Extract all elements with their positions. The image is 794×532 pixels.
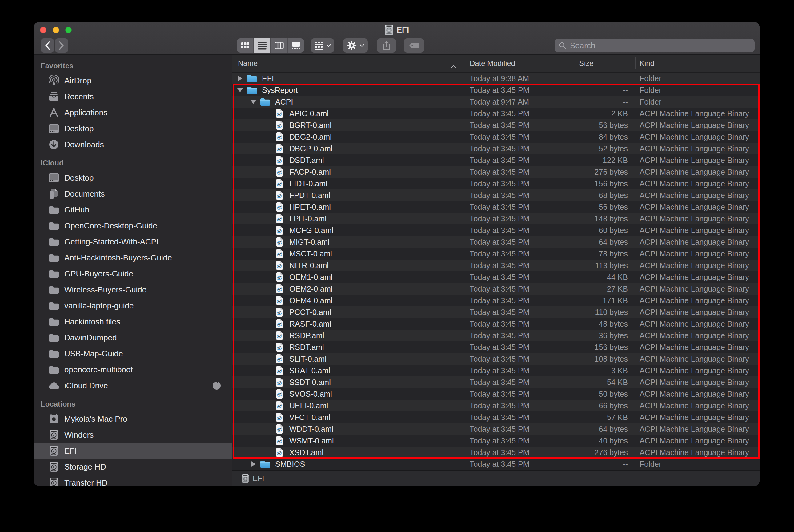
tag-button[interactable] bbox=[404, 38, 424, 53]
forward-button[interactable] bbox=[55, 38, 68, 53]
toolbar bbox=[34, 38, 759, 53]
sync-progress-icon bbox=[213, 382, 221, 390]
file-size: 48 bytes bbox=[571, 320, 628, 328]
sidebar-item-storage-hd[interactable]: Storage HD bbox=[34, 459, 232, 475]
disclosure-triangle[interactable] bbox=[249, 461, 257, 467]
sidebar-item-hackintosh-files[interactable]: Hackintosh files bbox=[34, 314, 232, 330]
list-row-sysreport[interactable]: SysReport Today at 3:45 PM -- Folder bbox=[232, 84, 759, 96]
file-kind: ACPI Machine Language Binary bbox=[628, 343, 759, 352]
aml-document-icon bbox=[272, 249, 288, 259]
sidebar-item-winders[interactable]: Winders bbox=[34, 427, 232, 443]
icon-view-button[interactable] bbox=[237, 38, 254, 53]
sidebar-item-mykola-s-mac-pro[interactable]: Mykola’s Mac Pro bbox=[34, 411, 232, 427]
sidebar-item-airdrop[interactable]: AirDrop bbox=[34, 73, 232, 89]
list-row-rsdt-aml[interactable]: RSDT.aml Today at 3:45 PM 156 bytes ACPI… bbox=[232, 341, 759, 353]
disclosure-triangle[interactable] bbox=[236, 88, 244, 92]
list-row-uefi-0-aml[interactable]: UEFI-0.aml Today at 3:45 PM 66 bytes ACP… bbox=[232, 400, 759, 412]
column-header-date-modified[interactable]: Date Modified bbox=[469, 59, 571, 68]
list-row-efi[interactable]: EFI Today at 9:38 AM -- Folder bbox=[232, 73, 759, 84]
back-button[interactable] bbox=[41, 38, 54, 53]
path-bar-item[interactable]: EFI bbox=[253, 474, 264, 483]
list-row-lpit-0-aml[interactable]: LPIT-0.aml Today at 3:45 PM 148 bytes AC… bbox=[232, 213, 759, 225]
sidebar-item-github[interactable]: GitHub bbox=[34, 202, 232, 218]
search-field[interactable] bbox=[555, 39, 755, 52]
list-row-dbgp-0-aml[interactable]: DBGP-0.aml Today at 3:45 PM 52 bytes ACP… bbox=[232, 143, 759, 154]
file-date-modified: Today at 3:45 PM bbox=[469, 284, 571, 293]
list-row-xsdt-aml[interactable]: XSDT.aml Today at 3:45 PM 276 bytes ACPI… bbox=[232, 446, 759, 458]
sidebar-item-getting-started-with-acpi[interactable]: Getting-Started-With-ACPI bbox=[34, 234, 232, 250]
sidebar-item-wireless-buyers-guide[interactable]: Wireless-Buyers-Guide bbox=[34, 282, 232, 298]
aml-document-icon bbox=[272, 412, 288, 422]
file-kind: Folder bbox=[628, 74, 759, 83]
sidebar-item-recents[interactable]: Recents bbox=[34, 89, 232, 104]
list-view-button[interactable] bbox=[254, 38, 271, 53]
gallery-view-button[interactable] bbox=[288, 38, 304, 53]
list-row-migt-0-aml[interactable]: MIGT-0.aml Today at 3:45 PM 64 bytes ACP… bbox=[232, 236, 759, 248]
sidebar-item-icloud-drive[interactable]: iCloud Drive bbox=[34, 378, 232, 394]
list-row-fpdt-0-aml[interactable]: FPDT-0.aml Today at 3:45 PM 68 bytes ACP… bbox=[232, 189, 759, 201]
sidebar-item-anti-hackintosh-buyers-guide[interactable]: Anti-Hackintosh-Buyers-Guide bbox=[34, 250, 232, 266]
file-date-modified: Today at 3:45 PM bbox=[469, 343, 571, 352]
disclosure-triangle[interactable] bbox=[249, 100, 257, 104]
list-row-smbios[interactable]: SMBIOS Today at 3:45 PM -- Folder bbox=[232, 458, 759, 470]
sidebar-item-documents[interactable]: Documents bbox=[34, 186, 232, 202]
list-row-fidt-0-aml[interactable]: FIDT-0.aml Today at 3:45 PM 156 bytes AC… bbox=[232, 178, 759, 189]
file-kind: ACPI Machine Language Binary bbox=[628, 308, 759, 317]
sidebar-item-dawindumped[interactable]: DawinDumped bbox=[34, 330, 232, 346]
list-row-dsdt-aml[interactable]: DSDT.aml Today at 3:45 PM 122 KB ACPI Ma… bbox=[232, 154, 759, 166]
list-row-facp-0-aml[interactable]: FACP-0.aml Today at 3:45 PM 276 bytes AC… bbox=[232, 166, 759, 178]
list-row-oem2-0-aml[interactable]: OEM2-0.aml Today at 3:45 PM 27 KB ACPI M… bbox=[232, 283, 759, 294]
column-view-button[interactable] bbox=[271, 38, 288, 53]
list-row-pcct-0-aml[interactable]: PCCT-0.aml Today at 3:45 PM 110 bytes AC… bbox=[232, 306, 759, 318]
list-row-msct-0-aml[interactable]: MSCT-0.aml Today at 3:45 PM 78 bytes ACP… bbox=[232, 248, 759, 260]
column-divider[interactable] bbox=[463, 57, 463, 70]
list-row-wddt-0-aml[interactable]: WDDT-0.aml Today at 3:45 PM 64 bytes ACP… bbox=[232, 423, 759, 435]
sidebar-item-desktop[interactable]: Desktop bbox=[34, 170, 232, 186]
sidebar-item-usb-map-guide[interactable]: USB-Map-Guide bbox=[34, 346, 232, 362]
list-row-apic-0-aml[interactable]: APIC-0.aml Today at 3:45 PM 2 KB ACPI Ma… bbox=[232, 108, 759, 119]
list-row-bgrt-0-aml[interactable]: BGRT-0.aml Today at 3:45 PM 56 bytes ACP… bbox=[232, 119, 759, 131]
sidebar-item-downloads[interactable]: Downloads bbox=[34, 136, 232, 153]
list-row-rasf-0-aml[interactable]: RASF-0.aml Today at 3:45 PM 48 bytes ACP… bbox=[232, 318, 759, 330]
sidebar-item-vanilla-laptop-guide[interactable]: vanilla-laptop-guide bbox=[34, 298, 232, 314]
column-divider[interactable] bbox=[635, 57, 636, 70]
file-kind: Folder bbox=[628, 97, 759, 107]
sidebar-item-desktop[interactable]: Desktop bbox=[34, 120, 232, 136]
list-row-acpi[interactable]: ACPI Today at 9:47 AM -- Folder bbox=[232, 96, 759, 108]
file-size: 148 bytes bbox=[571, 214, 628, 223]
list-row-hpet-0-aml[interactable]: HPET-0.aml Today at 3:45 PM 56 bytes ACP… bbox=[232, 201, 759, 213]
group-by-button[interactable] bbox=[311, 38, 334, 53]
action-gear-button[interactable] bbox=[343, 38, 368, 53]
list-row-rsdp-aml[interactable]: RSDP.aml Today at 3:45 PM 36 bytes ACPI … bbox=[232, 330, 759, 341]
file-date-modified: Today at 3:45 PM bbox=[469, 238, 571, 247]
search-input[interactable] bbox=[569, 41, 750, 51]
list-row-wsmt-0-aml[interactable]: WSMT-0.aml Today at 3:45 PM 40 bytes ACP… bbox=[232, 435, 759, 446]
column-divider[interactable] bbox=[575, 57, 575, 70]
list-row-srat-0-aml[interactable]: SRAT-0.aml Today at 3:45 PM 3 KB ACPI Ma… bbox=[232, 365, 759, 376]
sidebar-item-label: EFI bbox=[64, 446, 77, 456]
list-row-svos-0-aml[interactable]: SVOS-0.aml Today at 3:45 PM 50 bytes ACP… bbox=[232, 388, 759, 400]
list-row-ssdt-0-aml[interactable]: SSDT-0.aml Today at 3:45 PM 54 KB ACPI M… bbox=[232, 376, 759, 388]
file-kind: ACPI Machine Language Binary bbox=[628, 296, 759, 305]
sidebar-item-opencore-multiboot[interactable]: opencore-multiboot bbox=[34, 362, 232, 378]
sidebar-item-transfer-hd[interactable]: Transfer HD bbox=[34, 475, 232, 486]
list-row-oem4-0-aml[interactable]: OEM4-0.aml Today at 3:45 PM 171 KB ACPI … bbox=[232, 294, 759, 306]
sidebar-item-gpu-buyers-guide[interactable]: GPU-Buyers-Guide bbox=[34, 266, 232, 282]
file-name: APIC-0.aml bbox=[289, 109, 329, 118]
list-row-oem1-0-aml[interactable]: OEM1-0.aml Today at 3:45 PM 44 KB ACPI M… bbox=[232, 271, 759, 283]
list-row-mcfg-0-aml[interactable]: MCFG-0.aml Today at 3:45 PM 60 bytes ACP… bbox=[232, 225, 759, 236]
file-kind: Folder bbox=[628, 86, 759, 95]
list-row-nitr-0-aml[interactable]: NITR-0.aml Today at 3:45 PM 113 bytes AC… bbox=[232, 260, 759, 271]
sidebar-item-opencore-desktop-guide[interactable]: OpenCore-Desktop-Guide bbox=[34, 218, 232, 234]
disclosure-triangle[interactable] bbox=[236, 76, 244, 81]
column-header-size[interactable]: Size bbox=[571, 59, 628, 68]
list-row-vfct-0-aml[interactable]: VFCT-0.aml Today at 3:45 PM 57 KB ACPI M… bbox=[232, 412, 759, 423]
share-button[interactable] bbox=[377, 38, 396, 53]
sidebar-item-efi[interactable]: EFI bbox=[34, 443, 232, 459]
column-header-kind[interactable]: Kind bbox=[628, 59, 759, 68]
column-header-name[interactable]: Name bbox=[232, 59, 469, 68]
sidebar-item-applications[interactable]: Applications bbox=[34, 104, 232, 120]
file-size: 36 bytes bbox=[571, 331, 628, 340]
list-row-slit-0-aml[interactable]: SLIT-0.aml Today at 3:45 PM 108 bytes AC… bbox=[232, 353, 759, 365]
list-row-dbg2-0-aml[interactable]: DBG2-0.aml Today at 3:45 PM 84 bytes ACP… bbox=[232, 131, 759, 143]
